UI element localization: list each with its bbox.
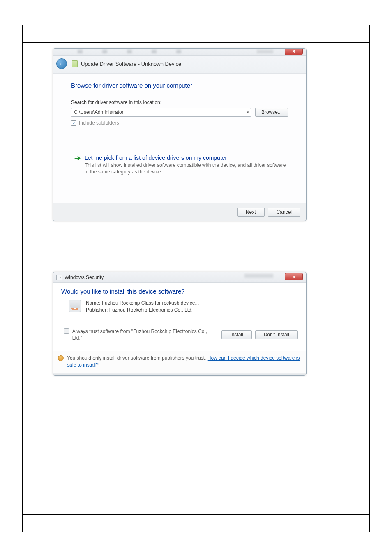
include-subfolders-checkbox[interactable]: ✓ — [71, 120, 76, 126]
always-trust-label: Always trust software from "Fuzhou Rockc… — [72, 328, 217, 341]
back-button[interactable]: ← — [56, 58, 67, 69]
windows-security-dialog: + - Windows Security x Would you like to… — [53, 272, 307, 376]
always-trust-checkbox[interactable] — [64, 328, 69, 334]
cancel-button[interactable]: Cancel — [268, 208, 300, 217]
browse-button[interactable]: Browse... — [255, 108, 288, 117]
warning-prefix: You should only install driver software … — [67, 355, 208, 361]
warning-text: You should only install driver software … — [67, 355, 301, 369]
option-description: This list will show installed driver sof… — [85, 162, 288, 175]
install-button[interactable]: Install — [221, 330, 251, 339]
chevron-down-icon: ▾ — [247, 110, 249, 114]
arrow-right-icon: ➔ — [74, 155, 81, 175]
shield-icon — [58, 355, 64, 361]
search-location-label: Search for driver software in this locat… — [71, 99, 288, 105]
body-heading: Browse for driver software on your compu… — [71, 82, 288, 89]
option-title: Let me pick from a list of device driver… — [85, 155, 288, 161]
dont-install-button[interactable]: Don't Install — [255, 330, 298, 339]
body-heading: Would you like to install this device so… — [61, 288, 298, 295]
software-publisher: Publisher: Fuzhou Rockchip Electronics C… — [86, 307, 199, 314]
include-subfolders-label: Include subfolders — [79, 120, 119, 126]
update-driver-dialog: x ← Update Driver Software - Unknown Dev… — [53, 48, 307, 221]
path-value: C:\Users\Administrator — [74, 109, 124, 115]
header-row: ← Update Driver Software - Unknown Devic… — [53, 56, 306, 74]
next-button[interactable]: Next — [237, 208, 265, 217]
pick-from-list-option[interactable]: ➔ Let me pick from a list of device driv… — [71, 154, 288, 175]
security-window-icon: + - — [56, 275, 62, 280]
dialog-title: Update Driver Software - Unknown Device — [81, 61, 181, 67]
window-title: Windows Security — [65, 275, 104, 280]
close-button[interactable]: x — [285, 48, 303, 55]
titlebar: + - Windows Security x — [53, 272, 306, 283]
titlebar-blur: x — [53, 49, 306, 56]
software-name: Name: Fuzhou Rockchip Class for rockusb … — [86, 300, 199, 307]
driver-file-icon — [72, 60, 78, 67]
path-combobox[interactable]: C:\Users\Administrator ▾ — [71, 108, 251, 117]
close-button[interactable]: x — [285, 273, 303, 280]
disc-icon — [69, 300, 81, 312]
